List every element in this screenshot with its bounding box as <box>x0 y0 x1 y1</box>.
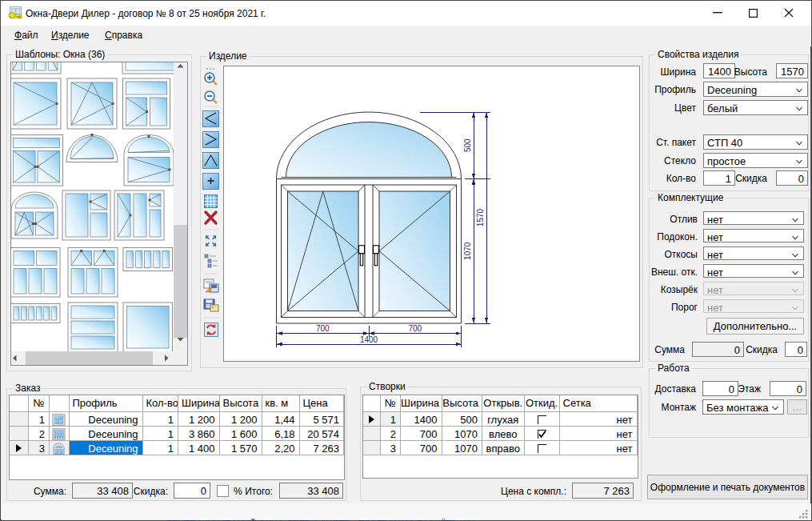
svg-text:1570: 1570 <box>476 208 485 226</box>
svg-text:500: 500 <box>463 138 472 152</box>
svg-text:700: 700 <box>408 324 422 333</box>
svg-text:1400: 1400 <box>360 335 378 344</box>
svg-text:1070: 1070 <box>463 242 472 260</box>
svg-text:700: 700 <box>316 324 330 333</box>
